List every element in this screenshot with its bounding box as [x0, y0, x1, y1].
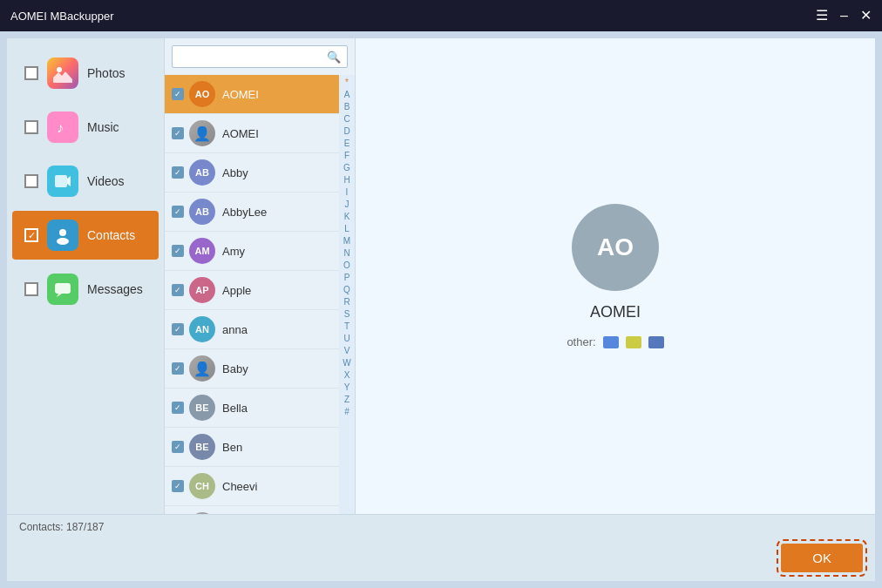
close-icon[interactable]: ✕	[860, 9, 872, 23]
alpha-index-letter[interactable]: W	[343, 357, 350, 369]
alpha-index-letter[interactable]: M	[343, 235, 350, 247]
alpha-index-letter[interactable]: U	[343, 333, 349, 345]
status-bar: Contacts: 187/187	[7, 514, 875, 538]
sidebar-item-photos[interactable]: Photos	[12, 49, 159, 98]
alpha-index-letter[interactable]: N	[343, 247, 349, 260]
contact-item[interactable]: 👤AOMEI	[165, 114, 339, 153]
contact-avatar: AM	[189, 238, 215, 264]
photos-checkbox[interactable]	[24, 66, 38, 80]
contact-checkbox[interactable]	[172, 166, 184, 179]
alpha-index-letter[interactable]: #	[344, 406, 349, 418]
alpha-index-letter[interactable]: P	[344, 272, 350, 284]
alpha-index-letter[interactable]: G	[343, 162, 350, 174]
svg-point-0	[57, 67, 62, 72]
search-input[interactable]	[172, 45, 348, 68]
contact-name: Baby	[222, 362, 248, 375]
contact-checkbox[interactable]	[172, 323, 184, 335]
contact-name: AbbyLee	[222, 206, 267, 219]
sidebar-item-contacts[interactable]: Contacts	[12, 211, 159, 260]
contact-item[interactable]: AMAmy	[165, 232, 339, 271]
color-dot-2	[626, 336, 641, 348]
messages-label: Messages	[87, 282, 143, 296]
contact-item[interactable]: APApple	[165, 271, 339, 310]
alpha-index-letter[interactable]: E	[344, 138, 350, 150]
contact-item[interactable]: 👤Chris	[165, 506, 339, 514]
contact-name: Abby	[222, 166, 248, 179]
videos-label: Videos	[87, 174, 125, 188]
alpha-index-letter[interactable]: I	[346, 186, 349, 199]
contact-avatar: BE	[189, 434, 215, 460]
detail-panel: AO AOMEI other:	[356, 38, 875, 514]
contact-item[interactable]: ABAbbyLee	[165, 193, 339, 232]
contact-item[interactable]: ABAbby	[165, 153, 339, 193]
detail-name: AOMEI	[590, 303, 641, 321]
contact-item[interactable]: BEBen	[165, 428, 339, 467]
music-icon: ♪	[47, 112, 78, 143]
minimize-icon[interactable]: –	[840, 9, 848, 23]
alpha-index-letter[interactable]: X	[344, 369, 350, 382]
photos-label: Photos	[87, 66, 126, 80]
contacts-checkbox[interactable]	[24, 228, 38, 242]
search-box: 🔍	[172, 45, 348, 68]
alpha-index-letter[interactable]: K	[344, 211, 350, 223]
alpha-index-letter[interactable]: A	[344, 89, 350, 101]
alpha-index-letter[interactable]: T	[344, 321, 349, 333]
contact-checkbox[interactable]	[172, 245, 184, 257]
list-view-icon[interactable]: ☰	[816, 9, 828, 23]
music-label: Music	[87, 120, 119, 134]
messages-icon	[47, 274, 78, 305]
alpha-index-letter[interactable]: S	[344, 308, 350, 321]
alpha-index: *ABCDEFGHIJKLMNOPQRSTUVWXYZ#	[339, 75, 355, 514]
contact-item[interactable]: ANanna	[165, 310, 339, 349]
svg-text:♪: ♪	[57, 120, 64, 135]
contact-item[interactable]: BEBella	[165, 389, 339, 428]
alpha-index-letter[interactable]: L	[344, 223, 349, 235]
contact-checkbox[interactable]	[172, 206, 184, 218]
alpha-index-letter[interactable]: B	[344, 101, 350, 113]
contact-item[interactable]: CHCheevi	[165, 467, 339, 506]
contact-name: AOMEI	[222, 127, 259, 140]
contact-checkbox[interactable]	[172, 480, 184, 492]
alpha-index-letter[interactable]: J	[345, 199, 349, 211]
svg-marker-1	[53, 71, 72, 83]
detail-other: other:	[567, 335, 663, 348]
contact-checkbox[interactable]	[172, 362, 184, 375]
alpha-index-letter[interactable]: O	[343, 260, 350, 272]
contact-checkbox[interactable]	[172, 127, 184, 139]
detail-avatar-initials: AO	[597, 233, 634, 261]
alpha-index-letter[interactable]: Q	[343, 284, 350, 296]
sidebar-item-messages[interactable]: Messages	[12, 265, 159, 314]
alpha-index-letter[interactable]: Y	[344, 382, 350, 394]
music-checkbox[interactable]	[24, 120, 38, 134]
svg-marker-8	[57, 294, 62, 297]
contact-item[interactable]: AOAOMEI	[165, 75, 339, 114]
svg-rect-7	[55, 283, 71, 294]
contact-checkbox[interactable]	[172, 402, 184, 414]
contact-checkbox[interactable]	[172, 441, 184, 453]
contact-checkbox[interactable]	[172, 284, 184, 296]
color-dot-1	[603, 336, 619, 348]
alpha-index-letter[interactable]: *	[345, 77, 349, 89]
ok-button[interactable]: OK	[781, 544, 863, 572]
messages-checkbox[interactable]	[24, 282, 38, 296]
alpha-index-letter[interactable]: R	[343, 296, 349, 308]
contact-list-wrapper: AOAOMEI👤AOMEIABAbbyABAbbyLeeAMAmyAPApple…	[165, 75, 355, 514]
videos-checkbox[interactable]	[24, 174, 38, 188]
contact-avatar: BE	[189, 395, 215, 421]
alpha-index-letter[interactable]: Z	[344, 394, 349, 406]
contact-panel: 🔍 AOAOMEI👤AOMEIABAbbyABAbbyLeeAMAmyAPApp…	[164, 38, 356, 514]
contact-name: Bella	[222, 402, 248, 415]
title-bar: AOMEI MBackupper ☰ – ✕	[0, 0, 882, 31]
alpha-index-letter[interactable]: C	[343, 113, 349, 125]
alpha-index-letter[interactable]: V	[344, 345, 350, 357]
contact-item[interactable]: 👤Baby	[165, 349, 339, 389]
alpha-index-letter[interactable]: H	[343, 174, 349, 186]
search-icon: 🔍	[327, 51, 341, 64]
alpha-index-letter[interactable]: D	[343, 125, 349, 138]
sidebar-item-music[interactable]: ♪ Music	[12, 103, 159, 152]
contact-checkbox[interactable]	[172, 88, 184, 100]
content-area: Photos ♪ Music Videos	[7, 38, 875, 514]
sidebar-item-videos[interactable]: Videos	[12, 157, 159, 206]
alpha-index-letter[interactable]: F	[344, 150, 349, 162]
contact-avatar: AP	[189, 277, 215, 303]
